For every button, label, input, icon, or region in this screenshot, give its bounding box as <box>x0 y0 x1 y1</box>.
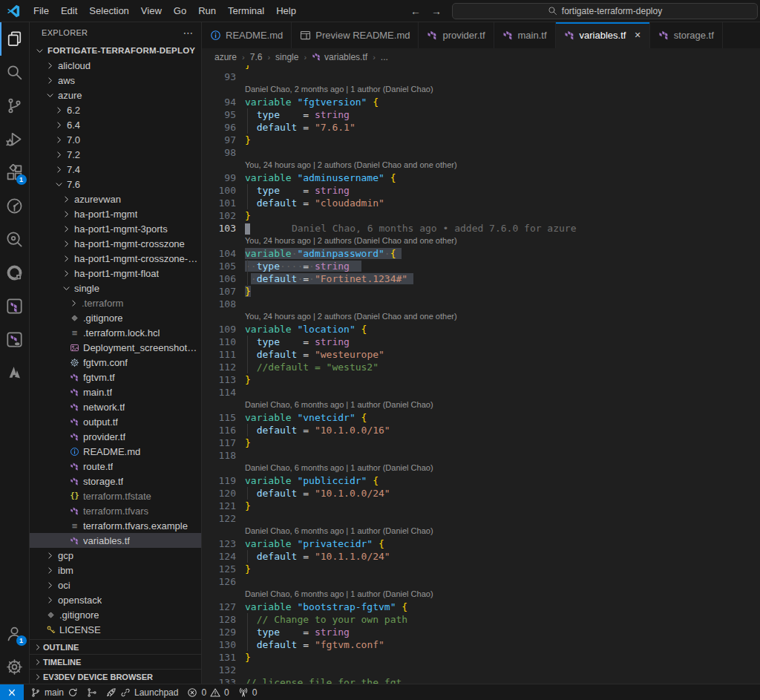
menu-help[interactable]: Help <box>270 0 302 22</box>
breadcrumb-item-[interactable]: ... <box>381 52 388 62</box>
code-line-130[interactable]: 130 default = "fgtvm.conf" <box>202 638 760 651</box>
tree-file-provider-tf[interactable]: provider.tf <box>30 429 201 444</box>
status-remote-indicator[interactable] <box>0 684 24 700</box>
menu-go[interactable]: Go <box>168 0 192 22</box>
code-line-93[interactable]: 93 <box>202 71 760 83</box>
activity-git-graph[interactable] <box>0 189 30 223</box>
code-line-97[interactable]: 97} <box>202 134 760 146</box>
menu-file[interactable]: File <box>27 0 55 22</box>
code-line-128[interactable]: 128 // Change to your own path <box>202 613 760 626</box>
activity-terraform-cloud[interactable] <box>0 323 30 356</box>
code-line-127[interactable]: 127variable "bootstrap-fgtvm" { <box>202 601 760 613</box>
menu-terminal[interactable]: Terminal <box>222 0 270 22</box>
code-line-113[interactable]: 113} <box>202 373 760 386</box>
code-line-107[interactable]: 107} <box>202 285 760 298</box>
tree-folder-terraform[interactable]: .terraform <box>30 295 201 310</box>
breadcrumb-item-variables-tf[interactable]: variables.tf <box>312 52 367 62</box>
activity-explorer[interactable] <box>0 22 30 56</box>
tree-file-storage-tf[interactable]: storage.tf <box>30 474 201 488</box>
tree-folder-7-6[interactable]: 7.6 <box>30 177 201 192</box>
tree-folder-single[interactable]: single <box>30 281 201 295</box>
tree-folder-ha-port1-mgmt-crosszone[interactable]: ha-port1-mgmt-crosszone <box>30 236 201 251</box>
tree-folder-7-0[interactable]: 7.0 <box>30 132 201 147</box>
tree-folder-ha-port1-mgmt[interactable]: ha-port1-mgmt <box>30 206 201 221</box>
tree-folder-ibm[interactable]: ibm <box>30 563 201 578</box>
menu-view[interactable]: View <box>135 0 168 22</box>
tree-folder-aws[interactable]: aws <box>30 73 201 88</box>
code-line-99[interactable]: 99variable "adminusername" { <box>202 171 760 184</box>
code-line-115[interactable]: 115variable "vnetcidr" { <box>202 411 760 424</box>
code-line-117[interactable]: 117} <box>202 436 760 449</box>
code-line-131[interactable]: 131} <box>202 651 760 664</box>
activity-azure[interactable] <box>0 356 30 390</box>
code-line-100[interactable]: 100 type = string <box>202 184 760 197</box>
blame-line[interactable]: Daniel Chao, 6 months ago | 1 author (Da… <box>202 399 760 411</box>
tree-folder-6-2[interactable]: 6.2 <box>30 102 201 117</box>
activity-extensions[interactable]: 1 <box>0 156 30 189</box>
code-line-133[interactable]: 133// license file for the fgt <box>202 676 760 684</box>
code-line-105[interactable]: 105··type····=·string <box>202 260 760 272</box>
code-line-96[interactable]: 96 default = "7.6.1" <box>202 121 760 134</box>
activity-terraform[interactable] <box>0 290 30 323</box>
tree-folder-7-4[interactable]: 7.4 <box>30 162 201 177</box>
tree-file-network-tf[interactable]: network.tf <box>30 399 201 414</box>
status-launchpad[interactable]: Launchpad <box>102 684 183 700</box>
activity-search[interactable] <box>0 56 30 89</box>
code-editor[interactable]: }93Daniel Chao, 2 months ago | 1 author … <box>202 65 760 684</box>
tree-file-gitignore[interactable]: .gitignore <box>30 607 201 622</box>
tree-folder-azure[interactable]: azure <box>30 88 201 102</box>
code-line-108[interactable]: 108 <box>202 298 760 310</box>
tree-folder-ha-port1-mgmt-3ports[interactable]: ha-port1-mgmt-3ports <box>30 221 201 236</box>
code-line-129[interactable]: 129 type = string <box>202 626 760 638</box>
code-line-114[interactable]: 114 <box>202 386 760 399</box>
code-line-119[interactable]: 119variable "publiccidr" { <box>202 474 760 487</box>
code-line-94[interactable]: 94variable "fgtversion" { <box>202 96 760 108</box>
section-outline[interactable]: OUTLINE <box>30 639 201 654</box>
status-problems[interactable]: 00 <box>183 684 233 700</box>
tree-file-license[interactable]: LICENSE <box>30 622 201 637</box>
tree-file-terraform-tfvars[interactable]: terraform.tfvars <box>30 503 201 518</box>
breadcrumb-item-single[interactable]: single <box>275 52 298 62</box>
code-line-104[interactable]: 104variable·"adminpassword"·{ <box>202 247 760 260</box>
code-line-126[interactable]: 126 <box>202 575 760 588</box>
tree-folder-openstack[interactable]: openstack <box>30 592 201 607</box>
code-line-132[interactable]: 132 <box>202 664 760 676</box>
tree-file-terraform-lock-hcl[interactable]: ≡.terraform.lock.hcl <box>30 325 201 340</box>
activity-containers[interactable] <box>0 256 30 290</box>
menu-selection[interactable]: Selection <box>83 0 134 22</box>
tree-folder-6-4[interactable]: 6.4 <box>30 117 201 132</box>
menu-run[interactable]: Run <box>192 0 222 22</box>
blame-line[interactable]: Daniel Chao, 6 months ago | 1 author (Da… <box>202 462 760 474</box>
code-line-110[interactable]: 110 type = string <box>202 336 760 348</box>
tree-file-main-tf[interactable]: main.tf <box>30 385 201 399</box>
code-line-125[interactable]: 125} <box>202 563 760 575</box>
blame-line[interactable]: You, 24 hours ago | 2 authors (Daniel Ch… <box>202 235 760 247</box>
tab-storage-tf[interactable]: storage.tf <box>650 22 723 48</box>
tree-folder-ha-port1-mgmt-float[interactable]: ha-port1-mgmt-float <box>30 266 201 281</box>
code-line-120[interactable]: 120 default = "10.1.0.0/24" <box>202 487 760 500</box>
close-icon[interactable]: ✕ <box>634 30 641 40</box>
tree-folder-fortigate-terraform-deploy[interactable]: FORTIGATE-TERRAFORM-DEPLOY <box>30 43 201 58</box>
tree-file-terraform-tfvars-example[interactable]: ≡terraform.tfvars.example <box>30 518 201 533</box>
code-line-121[interactable]: 121} <box>202 500 760 512</box>
code-line-112[interactable]: 112 //default = "westus2" <box>202 361 760 373</box>
tree-folder-oci[interactable]: oci <box>30 578 201 592</box>
code-line-116[interactable]: 116 default = "10.1.0.0/16" <box>202 424 760 436</box>
code-line-101[interactable]: 101 default = "cloudadmin" <box>202 197 760 209</box>
code-line-102[interactable]: 102} <box>202 209 760 222</box>
activity-source-control[interactable] <box>0 89 30 122</box>
tree-folder-7-2[interactable]: 7.2 <box>30 147 201 162</box>
tree-file-readme-md[interactable]: README.md <box>30 444 201 459</box>
tree-file-fgtvm-tf[interactable]: fgtvm.tf <box>30 370 201 385</box>
code-line-109[interactable]: 109variable "location" { <box>202 323 760 336</box>
tree-folder-azurevwan[interactable]: azurevwan <box>30 192 201 206</box>
breadcrumb-item-7-6[interactable]: 7.6 <box>250 52 263 62</box>
tab-provider-tf[interactable]: provider.tf <box>419 22 494 48</box>
code-line-123[interactable]: 123variable "privatecidr" { <box>202 537 760 550</box>
status-git-branch[interactable]: main <box>26 684 82 700</box>
tab-variables-tf[interactable]: variables.tf✕ <box>556 22 650 48</box>
tree-file-variables-tf[interactable]: variables.tf <box>30 533 201 548</box>
activity-settings[interactable] <box>0 650 30 684</box>
tree-folder-ha-port1-mgmt-crosszone-3ports[interactable]: ha-port1-mgmt-crosszone-3ports <box>30 251 201 266</box>
code-line-clipped[interactable]: } <box>202 65 760 71</box>
